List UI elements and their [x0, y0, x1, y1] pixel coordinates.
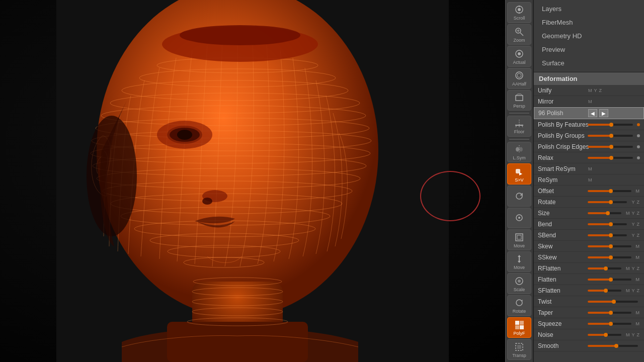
sflatten-ctrl-m[interactable]: M — [625, 288, 630, 293]
polish-groups-dot — [637, 134, 640, 137]
rflatten-ctrl-z[interactable]: Z — [636, 266, 640, 271]
deform-polish-crisp-edges[interactable]: Polish Crisp Edges — [534, 141, 644, 152]
bend-ctrl-y[interactable]: Y — [631, 222, 635, 227]
rflatten-slider[interactable] — [588, 267, 621, 269]
size-slider[interactable] — [588, 212, 621, 214]
polish-crisp-slider[interactable] — [588, 146, 633, 148]
tool-move-btn[interactable]: Move — [507, 251, 531, 273]
tool-scale-btn[interactable]: Scale — [507, 273, 531, 294]
deform-noise[interactable]: Noise M Y Z — [534, 329, 644, 340]
viewport-3d[interactable] — [0, 0, 505, 362]
noise-slider[interactable] — [588, 334, 621, 336]
unify-ctrl-z[interactable]: Z — [599, 88, 603, 93]
tool-scroll-btn[interactable]: Scroll — [507, 2, 531, 23]
offset-slider[interactable] — [588, 190, 631, 192]
tool-transp-btn[interactable]: Transp — [507, 339, 531, 360]
menu-fibermesh[interactable]: FiberMesh — [534, 16, 644, 29]
sskew-ctrl-m[interactable]: M — [635, 255, 640, 260]
size-ctrl-z[interactable]: Z — [636, 211, 640, 216]
deform-skew[interactable]: Skew M — [534, 241, 644, 252]
resym-ctrl-m[interactable]: M — [588, 177, 593, 183]
offset-ctrl-m[interactable]: M — [635, 189, 640, 194]
skew-ctrl-m[interactable]: M — [635, 244, 640, 249]
size-ctrl-y[interactable]: Y — [631, 211, 635, 216]
menu-layers[interactable]: Layers — [534, 2, 644, 16]
size-ctrl-m[interactable]: M — [625, 211, 630, 216]
deform-flatten[interactable]: Flatten M — [534, 274, 644, 285]
smart-resym-ctrl-m[interactable]: M — [588, 166, 593, 171]
bend-ctrl-z[interactable]: Z — [636, 222, 640, 227]
rotate-deform-slider[interactable] — [588, 201, 627, 203]
skew-slider[interactable] — [588, 245, 631, 247]
deform-squeeze[interactable]: Squeeze M — [534, 318, 644, 329]
menu-geometry-hd[interactable]: Geometry HD — [534, 29, 644, 43]
deform-rotate[interactable]: Rotate Y Z — [534, 197, 644, 208]
deform-taper[interactable]: Taper M — [534, 307, 644, 318]
rflatten-ctrl-y[interactable]: Y — [631, 266, 635, 271]
taper-ctrl-m[interactable]: M — [635, 310, 640, 315]
polish-right-arrow[interactable]: ▶ — [599, 109, 608, 117]
relax-slider[interactable] — [588, 157, 633, 159]
squeeze-slider[interactable] — [588, 323, 631, 325]
tool-zoom-btn[interactable]: Zoom — [507, 24, 531, 45]
tool-aahalf-btn[interactable]: AAHalf — [507, 68, 531, 89]
sbend-slider[interactable] — [588, 234, 627, 236]
deform-sbend[interactable]: SBend Y Z — [534, 230, 644, 241]
tool-actual-btn[interactable]: Actual — [507, 46, 531, 67]
deform-size[interactable]: Size M Y Z — [534, 208, 644, 219]
smooth-slider[interactable] — [588, 345, 638, 347]
tool-persp-btn[interactable]: Persp — [507, 90, 531, 111]
polish-groups-slider[interactable] — [588, 135, 633, 137]
noise-ctrl-z[interactable]: Z — [636, 332, 640, 337]
menu-surface[interactable]: Surface — [534, 56, 644, 70]
sflatten-ctrl-z[interactable]: Z — [636, 288, 640, 293]
tool-polyf-btn[interactable]: PolyF — [507, 317, 531, 338]
sbend-ctrl-z[interactable]: Z — [636, 233, 640, 238]
menu-preview[interactable]: Preview — [534, 43, 644, 56]
squeeze-ctrl-m[interactable]: M — [635, 321, 640, 326]
deform-smooth[interactable]: Smooth — [534, 340, 644, 351]
deform-sflatten[interactable]: SFlatten M Y Z — [534, 285, 644, 296]
twist-slider[interactable] — [588, 301, 638, 303]
deform-smart-resym[interactable]: Smart ReSym M — [534, 163, 644, 174]
tool-r1-btn[interactable] — [507, 186, 531, 207]
rotate-ctrl-y[interactable]: Y — [631, 200, 635, 205]
mirror-ctrl-m[interactable]: M — [588, 99, 593, 104]
sflatten-ctrl-y[interactable]: Y — [631, 288, 635, 293]
sflatten-slider[interactable] — [588, 290, 621, 292]
noise-ctrl-m[interactable]: M — [625, 332, 630, 337]
deform-sskew[interactable]: SSkew M — [534, 252, 644, 263]
rotate-ctrl-z[interactable]: Z — [636, 200, 640, 205]
polish-left-arrow[interactable]: ◀ — [588, 109, 597, 117]
tool-rotate-btn[interactable]: Rotate — [507, 295, 531, 316]
tool-sxv-btn[interactable]: ▶ S>V — [507, 163, 531, 185]
bend-slider[interactable] — [588, 223, 627, 225]
deform-resym[interactable]: ReSym M — [534, 174, 644, 186]
deformation-header[interactable]: Deformation — [534, 72, 644, 85]
unify-ctrl-y[interactable]: Y — [594, 88, 598, 93]
tool-frame-btn[interactable]: Move — [507, 229, 531, 250]
deform-polish[interactable]: 96 Polish ◀ ▶ — [534, 107, 644, 119]
deform-polish-by-features[interactable]: Polish By Features — [534, 119, 644, 130]
deform-unify[interactable]: Unify M Y Z — [534, 85, 644, 96]
size-controls: M Y Z — [625, 211, 640, 216]
deform-offset[interactable]: Offset M — [534, 186, 644, 197]
tool-lsym-btn[interactable]: L.Sym — [507, 142, 531, 163]
deform-twist[interactable]: Twist — [534, 296, 644, 307]
deform-polish-by-groups[interactable]: Polish By Groups — [534, 130, 644, 141]
taper-slider[interactable] — [588, 312, 631, 314]
polish-features-slider[interactable] — [588, 124, 633, 126]
tool-floor-btn[interactable]: Floor — [507, 116, 531, 137]
sbend-ctrl-y[interactable]: Y — [631, 233, 635, 238]
deform-bend[interactable]: Bend Y Z — [534, 219, 644, 230]
flatten-ctrl-m[interactable]: M — [635, 277, 640, 282]
noise-ctrl-y[interactable]: Y — [631, 332, 635, 337]
sskew-slider[interactable] — [588, 256, 631, 258]
flatten-slider[interactable] — [588, 279, 631, 281]
tool-r2-btn[interactable] — [507, 208, 531, 229]
deform-relax[interactable]: Relax — [534, 152, 644, 163]
rflatten-ctrl-m[interactable]: M — [625, 266, 630, 271]
deform-rflatten[interactable]: RFlatten M Y Z — [534, 263, 644, 274]
deform-mirror[interactable]: Mirror M — [534, 96, 644, 107]
unify-ctrl-m[interactable]: M — [588, 88, 593, 93]
